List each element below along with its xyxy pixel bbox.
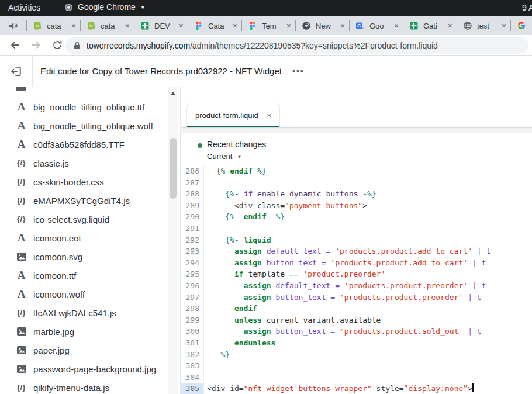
file-item[interactable]: icomoon.svg bbox=[0, 247, 167, 266]
app-menu[interactable]: Google Chrome ▾ bbox=[64, 2, 144, 12]
google-icon bbox=[517, 21, 526, 30]
text-cursor bbox=[472, 383, 474, 392]
file-item[interactable]: {/}cs-skin-border.css bbox=[0, 172, 167, 191]
line-number: 303 bbox=[181, 360, 203, 372]
browser-tab[interactable]: Tem× bbox=[241, 20, 295, 31]
svg-text:S: S bbox=[36, 23, 39, 29]
version-select[interactable]: Current ▾ bbox=[207, 152, 241, 161]
code-line[interactable] bbox=[207, 177, 532, 189]
file-item[interactable]: Aicomoon.woff bbox=[0, 285, 167, 303]
image-file-icon bbox=[16, 253, 26, 261]
line-number: 301 bbox=[181, 337, 203, 349]
browser-tab[interactable]: GGoo× bbox=[349, 20, 403, 31]
code-line[interactable]: {%- liquid bbox=[207, 234, 532, 246]
code-line[interactable]: assign button_text = 'products.product.p… bbox=[207, 292, 532, 303]
scrollbar-thumb[interactable] bbox=[170, 138, 177, 199]
code-line[interactable]: endif bbox=[207, 303, 532, 314]
tab-close-icon[interactable]: × bbox=[233, 22, 237, 30]
code-lines[interactable]: {% endif %} {%- if enable_dynamic_button… bbox=[207, 165, 532, 394]
file-item[interactable]: {/}lfcAXLwjkDALc541.js bbox=[0, 303, 167, 322]
browser-tab-title: Goo bbox=[369, 22, 392, 30]
code-line[interactable] bbox=[207, 223, 532, 234]
code-editor-region: product-form.liquid × Recent changes Cur… bbox=[180, 87, 532, 394]
tab-close-icon[interactable]: × bbox=[394, 22, 399, 30]
audio-speaker-icon[interactable] bbox=[0, 16, 26, 35]
line-number: 302 bbox=[181, 349, 203, 361]
more-menu-button[interactable]: ••• bbox=[292, 67, 305, 76]
code-line[interactable]: if template == 'product.preorder' bbox=[207, 268, 532, 280]
browser-tab[interactable] bbox=[510, 20, 532, 31]
code-line[interactable]: assign button_text = 'products.product.s… bbox=[207, 326, 532, 337]
tab-close-icon[interactable]: × bbox=[71, 22, 76, 30]
file-item[interactable]: Aicomoon.ttf bbox=[0, 266, 167, 285]
file-name: icomoon.eot bbox=[33, 233, 81, 243]
editor-file-tab[interactable]: product-form.liquid × bbox=[186, 103, 280, 127]
file-name: icomoon.svg bbox=[33, 252, 82, 262]
browser-tab[interactable]: Scata× bbox=[80, 20, 134, 31]
tab-close-icon[interactable]: × bbox=[125, 22, 130, 30]
sidebar-scrollbar[interactable] bbox=[168, 87, 178, 394]
code-file-icon: {/} bbox=[16, 177, 26, 186]
font-file-icon: A bbox=[16, 140, 26, 149]
tab-close-icon[interactable]: × bbox=[286, 22, 291, 30]
file-name: paper.jpg bbox=[33, 345, 70, 355]
line-number: 300 bbox=[181, 326, 203, 337]
code-area[interactable]: 2862872882892902912922932942952962972982… bbox=[181, 165, 532, 394]
figma-icon bbox=[194, 21, 203, 30]
code-line[interactable]: assign default_text = 'products.product.… bbox=[207, 246, 532, 257]
code-line[interactable]: <div class="payment-buttons"> bbox=[207, 200, 532, 212]
font-file-icon: A bbox=[16, 121, 26, 130]
tab-close-icon[interactable]: × bbox=[340, 22, 345, 30]
file-item[interactable]: marble.jpg bbox=[0, 322, 167, 341]
file-item[interactable]: {/}ico-select.svg.liquid bbox=[0, 210, 167, 229]
activities-button[interactable]: Activities bbox=[8, 3, 40, 12]
file-item[interactable]: Aicomoon.eot bbox=[0, 229, 167, 247]
code-line[interactable]: -%} bbox=[207, 349, 532, 361]
browser-tab[interactable]: test× bbox=[457, 20, 510, 31]
code-line[interactable]: <div id="nft-widget-buttons-wrapper" sty… bbox=[207, 383, 532, 394]
browser-tab-title: test bbox=[477, 22, 499, 30]
file-item[interactable]: {/}eMAPMXSyTCgGdiT4.js bbox=[0, 191, 167, 210]
file-name: qikify-tmenu-data.js bbox=[33, 383, 109, 393]
tab-close-icon[interactable]: × bbox=[448, 22, 452, 30]
code-line[interactable]: unless current_variant.available bbox=[207, 314, 532, 326]
browser-tab[interactable]: Cata× bbox=[188, 20, 241, 31]
code-line[interactable] bbox=[207, 372, 532, 383]
editor-gap-strip bbox=[181, 128, 532, 133]
forward-button[interactable] bbox=[30, 39, 42, 51]
browser-tab-title: Cata bbox=[208, 22, 230, 30]
file-name: icomoon.woff bbox=[33, 289, 85, 299]
code-file-icon: {/} bbox=[16, 215, 26, 224]
code-line[interactable]: endunless bbox=[207, 337, 532, 349]
code-line[interactable] bbox=[207, 360, 532, 372]
code-line[interactable]: {%- endif -%} bbox=[207, 211, 532, 223]
scroll-up-arrow-icon[interactable] bbox=[171, 92, 175, 95]
app-menu-label: Google Chrome bbox=[78, 2, 136, 12]
code-line[interactable]: {% endif %} bbox=[207, 165, 532, 177]
browser-tab[interactable]: DEV× bbox=[134, 20, 188, 31]
address-bar[interactable]: towerrecords.myshopify.com/admin/themes/… bbox=[65, 37, 528, 54]
back-button[interactable] bbox=[9, 39, 21, 51]
editor-tab-close-icon[interactable]: × bbox=[267, 111, 271, 120]
file-item[interactable]: paper.jpg bbox=[0, 341, 167, 360]
file-item[interactable]: {/}classie.js bbox=[0, 154, 167, 172]
browser-tab[interactable]: Scata× bbox=[26, 20, 80, 31]
browser-tab[interactable]: New× bbox=[295, 20, 349, 31]
browser-tab-title: Gati bbox=[423, 22, 445, 30]
file-item[interactable]: Abig_noodle_titling_oblique.woff bbox=[0, 116, 167, 135]
tab-close-icon[interactable]: × bbox=[179, 22, 184, 30]
reload-button[interactable] bbox=[51, 39, 63, 51]
exit-icon bbox=[10, 65, 23, 78]
code-line[interactable]: assign default_text = 'products.product.… bbox=[207, 280, 532, 292]
file-item[interactable]: password-page-background.jpg bbox=[0, 360, 167, 378]
file-item[interactable]: {/}qikify-tmenu-data.js bbox=[0, 378, 167, 394]
code-file-icon: {/} bbox=[16, 383, 26, 392]
code-line[interactable]: assign button_text = 'products.product.a… bbox=[207, 257, 532, 269]
file-item[interactable]: Abig_noodle_titling_oblique.ttf bbox=[0, 98, 167, 116]
tab-close-icon[interactable]: × bbox=[502, 22, 506, 30]
file-item[interactable]: Ac0df3a6b528fdd85.TTF bbox=[0, 135, 167, 154]
code-line[interactable]: {%- if enable_dynamic_buttons -%} bbox=[207, 188, 532, 200]
exit-code-editor-button[interactable] bbox=[0, 56, 32, 87]
browser-tab[interactable]: Gati× bbox=[403, 20, 457, 31]
file-name: cs-skin-border.css bbox=[33, 177, 104, 187]
